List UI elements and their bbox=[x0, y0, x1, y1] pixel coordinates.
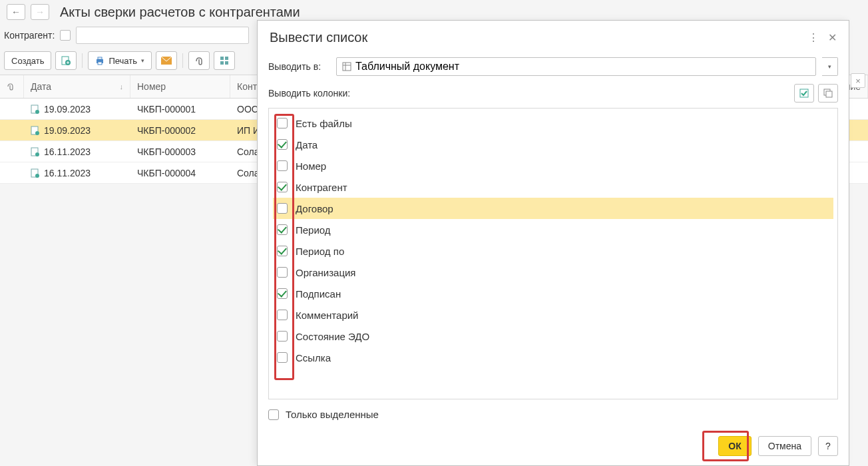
table-doc-icon bbox=[342, 62, 351, 71]
column-item[interactable]: Дата bbox=[273, 134, 833, 155]
copy-button[interactable] bbox=[55, 51, 77, 70]
output-to-select[interactable]: Табличный документ bbox=[336, 57, 816, 76]
cell-number: ЧКБП-000002 bbox=[130, 125, 230, 136]
column-checkbox[interactable] bbox=[277, 203, 288, 214]
columns-list: Есть файлыДатаНомерКонтрагентДоговорПери… bbox=[268, 108, 838, 399]
cell-number: ЧКБП-000004 bbox=[130, 168, 230, 178]
document-icon bbox=[31, 147, 40, 156]
column-label: Есть файлы bbox=[296, 118, 352, 129]
column-item[interactable]: Период bbox=[273, 219, 833, 240]
column-checkbox[interactable] bbox=[277, 139, 288, 150]
column-label: Подписан bbox=[296, 288, 341, 300]
column-item[interactable]: Ссылка bbox=[273, 347, 833, 368]
column-item[interactable]: Номер bbox=[273, 155, 833, 176]
close-panel-button[interactable]: × bbox=[851, 73, 865, 88]
svg-point-17 bbox=[35, 174, 39, 178]
output-to-row: Выводить в: Табличный документ ▾ bbox=[258, 55, 849, 81]
create-button[interactable]: Создать bbox=[4, 51, 51, 70]
only-selected-label: Только выделенные bbox=[286, 409, 379, 420]
col-number[interactable]: Номер bbox=[130, 75, 230, 98]
column-checkbox[interactable] bbox=[277, 310, 288, 320]
caret-down-icon: ▾ bbox=[828, 63, 831, 70]
column-item[interactable]: Договор bbox=[273, 198, 833, 219]
column-item[interactable]: Период по bbox=[273, 240, 833, 262]
caret-down-icon: ▾ bbox=[141, 57, 144, 64]
column-checkbox[interactable] bbox=[277, 182, 288, 192]
svg-rect-19 bbox=[800, 89, 808, 97]
column-checkbox[interactable] bbox=[277, 118, 288, 128]
columns-header: Выводить колонки: bbox=[258, 81, 849, 108]
nav-forward-button[interactable]: → bbox=[31, 4, 49, 20]
svg-rect-18 bbox=[343, 63, 351, 71]
sort-indicator-icon: ↓ bbox=[120, 83, 124, 91]
columns-label: Выводить колонки: bbox=[268, 88, 350, 99]
column-checkbox[interactable] bbox=[277, 267, 288, 278]
svg-rect-3 bbox=[98, 57, 102, 59]
attach-button[interactable] bbox=[188, 51, 210, 70]
svg-point-13 bbox=[35, 131, 39, 135]
only-selected-checkbox[interactable] bbox=[268, 409, 279, 420]
more-button[interactable] bbox=[214, 51, 235, 70]
svg-point-15 bbox=[35, 152, 39, 156]
nav-back-button[interactable]: ← bbox=[7, 4, 25, 20]
filter-input[interactable] bbox=[76, 27, 249, 44]
column-label: Ссылка bbox=[296, 352, 331, 363]
column-item[interactable]: Организация bbox=[273, 262, 833, 283]
column-checkbox[interactable] bbox=[277, 331, 288, 342]
uncheck-all-button[interactable] bbox=[818, 84, 838, 103]
page-title: Акты сверки расчетов с контрагентами bbox=[60, 5, 300, 20]
cell-date: 16.11.2023 bbox=[24, 146, 130, 157]
document-icon bbox=[31, 168, 40, 178]
column-item[interactable]: Контрагент bbox=[273, 176, 833, 198]
column-label: Контрагент bbox=[296, 182, 347, 193]
uncheck-all-icon bbox=[823, 89, 833, 98]
col-attachment[interactable] bbox=[0, 75, 24, 98]
column-label: Организация bbox=[296, 267, 355, 278]
toolbar-separator bbox=[182, 53, 183, 68]
column-label: Комментарий bbox=[296, 310, 358, 321]
column-label: Номер bbox=[296, 160, 326, 172]
document-icon bbox=[31, 126, 40, 135]
cancel-button[interactable]: Отмена bbox=[758, 436, 811, 456]
svg-rect-8 bbox=[220, 61, 224, 65]
dialog-footer: ОК Отмена ? bbox=[258, 429, 849, 465]
document-icon bbox=[31, 105, 40, 114]
print-button[interactable]: Печать ▾ bbox=[88, 51, 152, 70]
column-item[interactable]: Комментарий bbox=[273, 304, 833, 326]
mail-button[interactable] bbox=[156, 51, 177, 70]
dialog-menu-icon[interactable]: ⋮ bbox=[808, 31, 819, 44]
col-date[interactable]: Дата ↓ bbox=[24, 75, 130, 98]
column-checkbox[interactable] bbox=[277, 352, 288, 363]
svg-rect-9 bbox=[225, 61, 228, 65]
column-label: Дата bbox=[296, 139, 318, 150]
column-item[interactable]: Состояние ЭДО bbox=[273, 326, 833, 347]
output-to-dropdown-button[interactable]: ▾ bbox=[822, 57, 838, 76]
filter-checkbox[interactable] bbox=[60, 30, 71, 41]
paperclip-icon bbox=[7, 83, 15, 91]
column-checkbox[interactable] bbox=[277, 224, 288, 235]
cell-date: 19.09.2023 bbox=[24, 104, 130, 115]
column-checkbox[interactable] bbox=[277, 288, 288, 299]
mail-icon bbox=[161, 57, 172, 65]
help-button[interactable]: ? bbox=[818, 436, 838, 456]
printer-icon bbox=[95, 56, 105, 65]
svg-point-11 bbox=[35, 110, 39, 114]
column-item[interactable]: Есть файлы bbox=[273, 113, 833, 134]
svg-rect-21 bbox=[826, 91, 832, 97]
ok-button[interactable]: ОК bbox=[718, 436, 751, 456]
cell-date: 16.11.2023 bbox=[24, 168, 130, 178]
check-all-button[interactable] bbox=[794, 84, 814, 103]
toolbar-separator bbox=[82, 53, 83, 68]
svg-rect-6 bbox=[220, 57, 224, 60]
column-checkbox[interactable] bbox=[277, 246, 288, 256]
dialog-close-icon[interactable]: ✕ bbox=[828, 31, 837, 44]
column-item[interactable]: Подписан bbox=[273, 283, 833, 304]
paperclip-icon bbox=[194, 56, 204, 65]
column-label: Договор bbox=[296, 203, 333, 214]
column-checkbox[interactable] bbox=[277, 160, 288, 171]
filter-label: Контрагент: bbox=[4, 30, 55, 41]
only-selected-row: Только выделенные bbox=[258, 399, 849, 429]
grid-icon bbox=[220, 56, 229, 65]
dialog-title: Вывести список bbox=[270, 30, 367, 45]
output-to-label: Выводить в: bbox=[268, 61, 329, 72]
